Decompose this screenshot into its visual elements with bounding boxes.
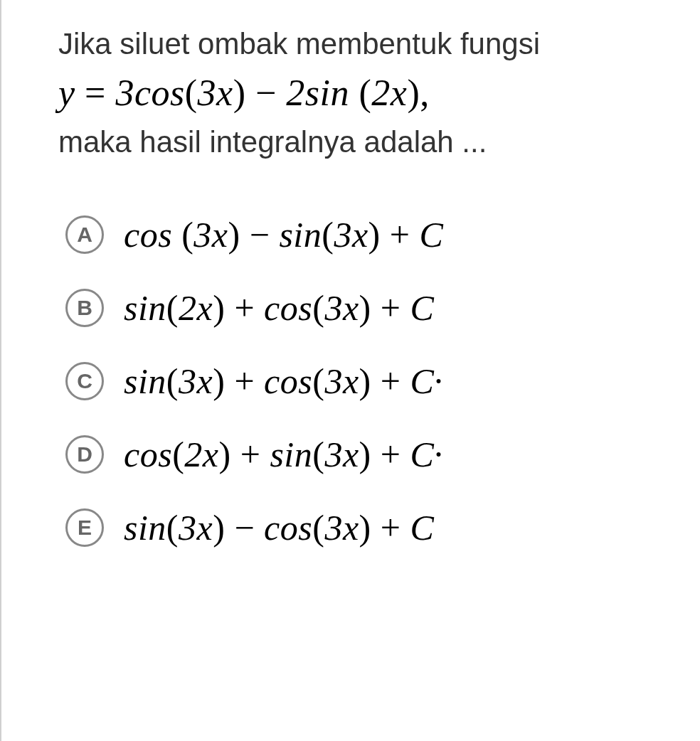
option-marker-e: E [65,508,104,547]
option-marker-c: C [65,362,104,400]
option-d[interactable]: D cos(2x) + sin(3x) + C· [65,434,664,475]
option-marker-d: D [65,435,104,474]
option-math-d: cos(2x) + sin(3x) + C· [124,434,443,475]
option-math-c: sin(3x) + cos(3x) + C· [124,361,443,402]
question-tail: maka hasil integralnya adalah ... [58,119,664,164]
option-math-a: cos (3x) − sin(3x) + C [124,214,443,255]
question-equation: y = 3cos(3x) − 2sin (2x), [58,72,664,114]
option-b[interactable]: B sin(2x) + cos(3x) + C [65,287,664,329]
option-a[interactable]: A cos (3x) − sin(3x) + C [65,214,664,255]
option-marker-b: B [65,289,104,327]
options-list: A cos (3x) − sin(3x) + C B sin(2x) + cos… [58,214,664,548]
question-intro: Jika siluet ombak membentuk fungsi [58,21,664,66]
option-math-e: sin(3x) − cos(3x) + C [124,507,434,548]
option-e[interactable]: E sin(3x) − cos(3x) + C [65,507,664,548]
option-c[interactable]: C sin(3x) + cos(3x) + C· [65,361,664,402]
option-marker-a: A [65,215,104,254]
option-math-b: sin(2x) + cos(3x) + C [124,287,434,329]
